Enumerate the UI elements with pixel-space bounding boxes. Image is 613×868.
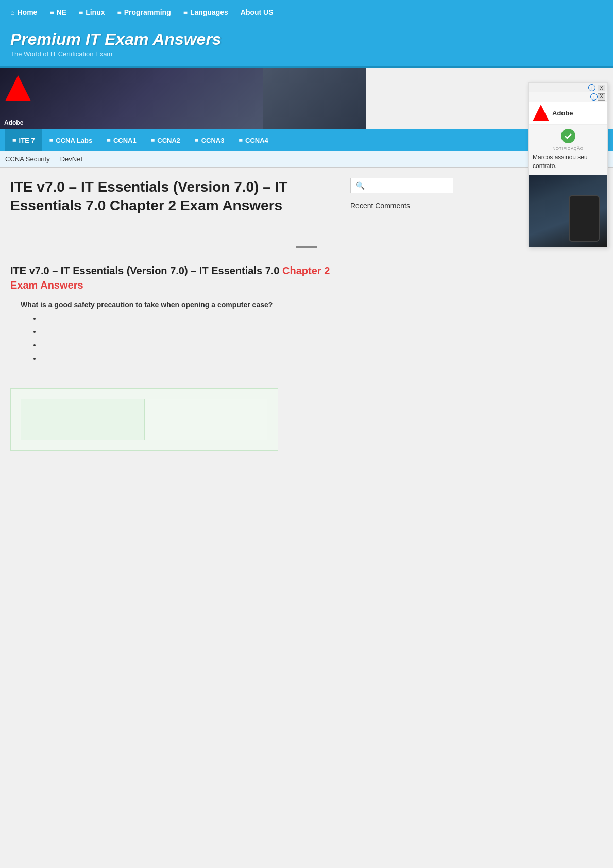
ad-notification: NOTIFICAÇÃO Marcos assinou seu contrato. — [529, 124, 607, 175]
lines-icon: ≡ — [151, 137, 155, 144]
ad-inner-close-button[interactable]: X — [598, 93, 605, 101]
svg-marker-2 — [533, 105, 549, 121]
ad-hand-image — [529, 175, 607, 247]
nav-about[interactable]: About US — [241, 8, 274, 16]
section-divider — [296, 246, 317, 248]
lines-icon: ≡ — [49, 137, 54, 144]
recent-comments-label: Recent Comments — [350, 202, 453, 210]
lines-icon: ≡ — [117, 8, 122, 16]
sidebar: Recent Comments — [350, 178, 453, 221]
lines-icon: ≡ — [107, 137, 111, 144]
lines-icon: ≡ — [12, 137, 16, 144]
subnav-ccna3[interactable]: ≡ CCNA3 — [188, 129, 231, 151]
search-input[interactable] — [350, 178, 453, 193]
nav-linux[interactable]: ≡ Linux — [79, 8, 105, 16]
list-item — [41, 354, 350, 362]
ad-inner-topbar: i X — [529, 92, 607, 102]
nav-languages[interactable]: ≡ Languages — [183, 8, 228, 16]
form-left-panel — [21, 399, 145, 440]
ad-top-bar: i X — [529, 83, 607, 92]
site-header: Premium IT Exam Answers The World of IT … — [0, 25, 613, 68]
main-layout: ITE v7.0 – IT Essentials (Version 7.0) –… — [0, 168, 464, 231]
bottom-form-area — [10, 388, 278, 451]
lines-icon: ≡ — [195, 137, 199, 144]
lines-icon: ≡ — [79, 8, 83, 16]
site-subtitle: The World of IT Certification Exam — [10, 50, 603, 58]
article-section: ITE v7.0 – IT Essentials (Version 7.0) –… — [0, 263, 361, 378]
answer-list — [41, 314, 350, 362]
form-right-panel — [145, 399, 268, 440]
list-item — [41, 314, 350, 322]
secondary-sub-navigation: CCNA Security DevNet — [0, 151, 613, 168]
adobe-logo-icon — [533, 105, 549, 121]
lines-icon: ≡ — [239, 137, 243, 144]
ad-info-icon[interactable]: i — [588, 84, 595, 91]
content-area: ITE v7.0 – IT Essentials (Version 7.0) –… — [10, 178, 340, 221]
article-title: ITE v7.0 – IT Essentials (Version 7.0) –… — [10, 263, 350, 292]
top-navigation: ⌂ Home ≡ NE ≡ Linux ≡ Programming ≡ Lang… — [0, 0, 613, 25]
nav-programming[interactable]: ≡ Programming — [117, 8, 171, 16]
ad-inner: i X Adobe NOTIFICAÇÃO Marcos assinou seu… — [529, 92, 607, 247]
subnav2-devnet[interactable]: DevNet — [60, 155, 82, 163]
home-icon: ⌂ — [10, 8, 14, 16]
sub-navigation: ≡ ITE 7 ≡ CCNA Labs ≡ CCNA1 ≡ CCNA2 ≡ CC… — [0, 129, 613, 151]
ad-notification-label: NOTIFICAÇÃO — [533, 146, 603, 151]
checkmark-icon — [564, 132, 572, 140]
page-title: ITE v7.0 – IT Essentials (Version 7.0) –… — [10, 178, 340, 215]
ad-check-icon — [561, 129, 575, 143]
nav-ne[interactable]: ≡ NE — [49, 8, 66, 16]
ad-notification-text: Marcos assinou seu contrato. — [533, 153, 603, 171]
adobe-label: Adobe — [552, 109, 573, 117]
subnav-ccna1[interactable]: ≡ CCNA1 — [99, 129, 143, 151]
list-item — [41, 341, 350, 349]
lines-icon: ≡ — [49, 8, 54, 16]
subnav-ccna2[interactable]: ≡ CCNA2 — [144, 129, 188, 151]
list-item — [41, 327, 350, 336]
ad-image-area — [529, 175, 607, 247]
nav-home[interactable]: ⌂ Home — [10, 8, 37, 16]
ad-adobe-logo-row: Adobe — [529, 102, 607, 124]
site-title: Premium IT Exam Answers — [10, 30, 603, 49]
lines-icon: ≡ — [183, 8, 188, 16]
subnav-ite7[interactable]: ≡ ITE 7 — [5, 129, 42, 151]
floating-ad-panel: i X i X Adobe NOTIFICAÇÃO Marcos assinou… — [528, 82, 608, 247]
banner-adobe-label: Adobe — [4, 119, 23, 126]
question-text: What is a good safety precaution to take… — [21, 301, 350, 309]
ad-inner-info-icon[interactable]: i — [590, 93, 598, 101]
banner-image: Adobe — [0, 68, 366, 129]
ad-close-button[interactable]: X — [598, 85, 605, 91]
subnav2-ccna-security[interactable]: CCNA Security — [5, 155, 50, 163]
subnav-ccna-labs[interactable]: ≡ CCNA Labs — [42, 129, 100, 151]
adobe-logo-banner — [5, 75, 31, 101]
phone-shape — [569, 195, 600, 242]
banner-hand-image — [263, 68, 366, 129]
subnav-ccna4[interactable]: ≡ CCNA4 — [231, 129, 275, 151]
